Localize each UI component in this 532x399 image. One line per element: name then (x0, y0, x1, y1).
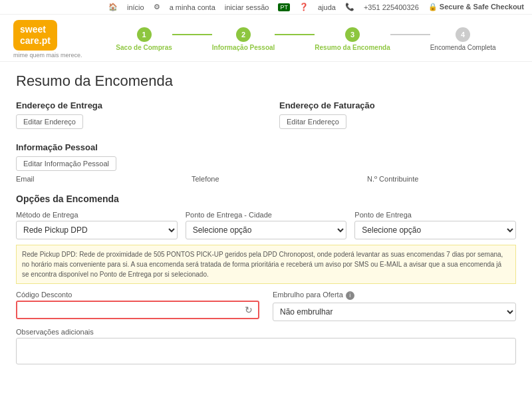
flag-icon: PT (278, 3, 290, 11)
address-entrega-label: Endereço de Entrega (16, 100, 253, 110)
header: sweet care.pt mime quem mais merece. 1 S… (0, 15, 532, 62)
contribuinte-field-label: N.º Contribuinte (367, 175, 516, 183)
opcoes-title: Opções da Encomenda (16, 194, 516, 204)
connector-2-3 (275, 34, 315, 35)
nav-home-icon: 🏠 (108, 3, 118, 11)
opcoes-section: Opções da Encomenda Método de Entrega Re… (16, 194, 516, 366)
refresh-discount-button[interactable]: ↻ (239, 302, 258, 318)
ponto-entrega-col: Ponto de Entrega Selecione opção (354, 211, 516, 239)
info-pessoal-title: Informação Pessoal (16, 142, 516, 152)
nav-inicio[interactable]: início (127, 3, 144, 11)
top-bar: 🏠 início ⚙ a minha conta iniciar sessão … (0, 0, 532, 15)
telefone-field-label: Telefone (192, 175, 340, 183)
step-label-3: Resumo da Encomenda (315, 44, 390, 51)
phone-icon: 📞 (345, 3, 354, 11)
embrulho-label: Embrulho para Oferta (273, 291, 343, 299)
lock-icon: 🔒 (428, 3, 438, 11)
metodo-select[interactable]: Rede Pickup DPD (16, 221, 178, 239)
observacoes-section: Observações adicionais (16, 328, 516, 366)
step-label-4: Encomenda Completa (430, 44, 496, 51)
step-circle-1: 1 (137, 27, 152, 42)
step-circle-4: 4 (456, 27, 470, 42)
step-4: 4 Encomenda Completa (430, 27, 496, 51)
nav-minha-conta[interactable]: a minha conta (170, 3, 215, 11)
logo-tagline: mime quem mais merece. (13, 52, 93, 59)
observacoes-textarea[interactable] (16, 338, 516, 364)
embrulho-label-row: Embrulho para Oferta i (273, 291, 516, 301)
nav-iniciar-sessao[interactable]: iniciar sessão (225, 3, 269, 11)
info-pessoal-section: Informação Pessoal Editar Informação Pes… (16, 142, 516, 183)
edit-info-pessoal-button[interactable]: Editar Informação Pessoal (16, 156, 116, 171)
step-1: 1 Saco de Compras (116, 27, 172, 51)
delivery-row: Método de Entrega Rede Pickup DPD Ponto … (16, 211, 516, 239)
step-label-1: Saco de Compras (116, 44, 172, 51)
help-icon: ❓ (299, 3, 309, 11)
ponto-entrega-select[interactable]: Selecione opção (354, 221, 516, 239)
secure-badge: 🔒 Secure & Safe Checkout (428, 3, 524, 11)
logo: sweet care.pt mime quem mais merece. (13, 20, 93, 59)
settings-icon: ⚙ (154, 3, 160, 11)
edit-faturacao-button[interactable]: Editar Endereço (279, 114, 346, 129)
connector-3-4 (390, 34, 430, 35)
page-title: Resumo da Encomenda (16, 72, 516, 90)
address-faturacao-col: Endereço de Faturação Editar Endereço (279, 100, 516, 129)
step-circle-3: 3 (345, 27, 360, 42)
phone-number: +351 225400326 (364, 3, 419, 11)
main-content: Resumo da Encomenda Endereço de Entrega … (0, 62, 532, 377)
ponto-cidade-col: Ponto de Entrega - Cidade Selecione opçã… (186, 211, 347, 239)
nav-ajuda[interactable]: ajuda (318, 3, 336, 11)
discount-input-wrap: ↻ (16, 301, 259, 319)
step-3: 3 Resumo da Encomenda (315, 27, 390, 51)
connector-1-2 (172, 34, 212, 35)
info-fields-row: Email Telefone N.º Contribuinte (16, 175, 516, 183)
step-label-2: Informação Pessoal (212, 44, 275, 51)
ponto-cidade-label: Ponto de Entrega - Cidade (186, 211, 347, 219)
address-faturacao-label: Endereço de Faturação (279, 100, 516, 110)
embrulho-select[interactable]: Não embrulhar (273, 303, 516, 321)
codigo-desconto-input[interactable] (17, 302, 239, 318)
logo-box: sweet care.pt (13, 20, 57, 51)
ponto-entrega-label: Ponto de Entrega (354, 211, 516, 219)
step-2: 2 Informação Pessoal (212, 27, 275, 51)
email-field-label: Email (16, 175, 165, 183)
discount-embrulho-row: Código Desconto ↻ Embrulho para Oferta i… (16, 291, 516, 321)
codigo-desconto-label: Código Desconto (16, 291, 259, 299)
embrulho-col: Embrulho para Oferta i Não embrulhar (273, 291, 516, 321)
metodo-label: Método de Entrega (16, 211, 178, 219)
dpd-info-note: Rede Pickup DPD: Rede de proximidade de … (16, 245, 516, 284)
embrulho-info-icon: i (346, 291, 354, 300)
step-circle-2: 2 (236, 27, 251, 42)
ponto-cidade-select[interactable]: Selecione opção (186, 221, 347, 239)
edit-entrega-button[interactable]: Editar Endereço (16, 114, 83, 129)
discount-col: Código Desconto ↻ (16, 291, 259, 321)
metodo-col: Método de Entrega Rede Pickup DPD (16, 211, 178, 239)
address-section: Endereço de Entrega Editar Endereço Ende… (16, 100, 516, 129)
address-entrega-col: Endereço de Entrega Editar Endereço (16, 100, 253, 129)
logo-text: sweet care.pt (20, 24, 51, 47)
observacoes-label: Observações adicionais (16, 328, 516, 336)
checkout-stepper: 1 Saco de Compras 2 Informação Pessoal 3… (93, 22, 519, 57)
